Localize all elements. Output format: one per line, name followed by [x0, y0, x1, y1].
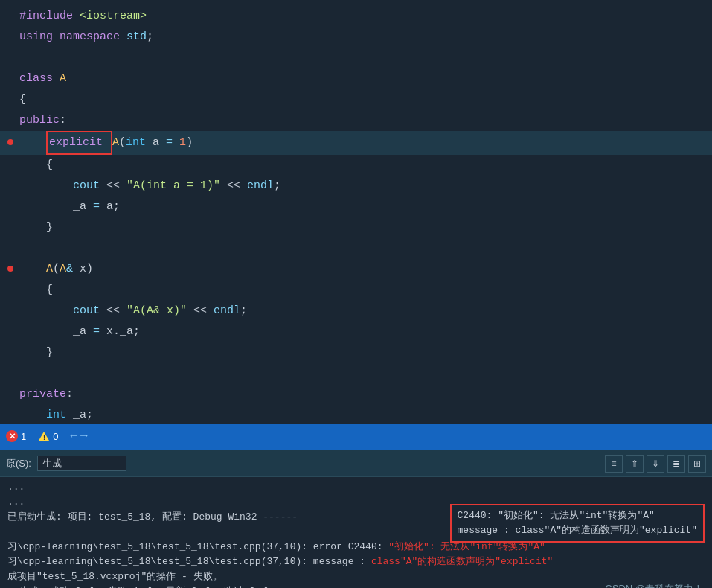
val-1: 1 [173, 132, 186, 153]
nav-right-arrow[interactable]: → [80, 429, 88, 443]
string-2: "A(A& x)" [126, 301, 187, 322]
indent-10 [19, 196, 73, 217]
indent-7 [19, 132, 46, 153]
paren-open-2: ( [53, 259, 60, 280]
stream-op-3: << [100, 301, 126, 322]
code-line-10: _a = a; [0, 196, 712, 217]
output-line-1: ... [7, 480, 705, 495]
code-line-4: class A [0, 68, 712, 89]
close-brace-2: } [46, 342, 53, 363]
indent-14 [19, 280, 46, 301]
gutter-13 [7, 266, 13, 272]
status-bar: ✕ 1 ! 0 ← → [0, 424, 712, 448]
error-box-line-2: message : class"A"的构造函数声明为"explicit" [458, 523, 697, 538]
csdn-watermark: CSDN @专科在努力！ [605, 581, 703, 588]
code-line-19: private: [0, 384, 712, 405]
eq-2: = [93, 196, 100, 217]
output-panel: 原(S): 生成 ≡ ⇑ ⇓ ≣ ⊞ ... ... 已启动生成: 项目: te… [0, 448, 712, 588]
paren-open-1: ( [119, 132, 126, 153]
error-box-overlay: C2440: "初始化": 无法从"int"转换为"A" message : c… [450, 504, 705, 543]
breakpoint-dot-2 [7, 266, 13, 272]
param-a: a [146, 132, 166, 153]
constructor-name-A: A [112, 132, 119, 153]
assign-2: _a [73, 322, 93, 342]
toolbar-icon-2[interactable]: ⇑ [626, 455, 644, 473]
explicit-keyword: explicit [49, 136, 109, 149]
app-container: #include <iostream> using namespace std;… [0, 0, 712, 588]
ref-amp: & [66, 259, 73, 280]
indent-16 [19, 322, 73, 342]
indent-9 [19, 176, 73, 196]
class-keyword: class [19, 68, 60, 89]
indent-15 [19, 301, 73, 322]
indent-13 [19, 259, 46, 280]
semi-2: ; [240, 301, 247, 322]
int-keyword-1: int [126, 132, 146, 153]
x-dot-a: x._a; [100, 322, 140, 342]
code-line-18 [0, 363, 712, 384]
open-brace-3: { [46, 280, 53, 301]
code-line-8: { [0, 155, 712, 176]
svg-text:!: ! [43, 434, 45, 441]
cout-text-2: cout [73, 301, 100, 322]
code-line-20: int _a; [0, 405, 712, 424]
error-box-line-1: C2440: "初始化": 无法从"int"转换为"A" [458, 508, 697, 523]
paren-close-1: ) [186, 132, 193, 153]
indent-17 [19, 342, 46, 363]
stream-op-1: << [100, 176, 126, 196]
member-a: _a; [66, 405, 93, 424]
code-line-9: cout << "A(int a = 1)" << endl; [0, 176, 712, 196]
code-line-3 [0, 48, 712, 68]
var-a: a; [100, 196, 120, 217]
code-line-12 [0, 238, 712, 259]
indent-11 [19, 217, 46, 238]
output-source-dropdown[interactable]: 生成 [37, 456, 126, 471]
colon-public: : [60, 110, 66, 131]
nav-left-arrow[interactable]: ← [70, 429, 77, 443]
code-line-2: using namespace std; [0, 27, 712, 48]
code-line-13: A(A& x) [0, 259, 712, 280]
copy-constructor-name: A [46, 259, 53, 280]
semicolon-1: ; [147, 27, 153, 48]
std-text: std [126, 27, 147, 48]
code-line-14: { [0, 280, 712, 301]
nav-arrows: ← → [70, 429, 87, 443]
output-line-6: 习\cpp-learning\test_5_18\test_5_18\test.… [7, 555, 705, 569]
indent-8 [19, 155, 46, 176]
warning-count: 0 [53, 431, 58, 442]
code-lines: #include <iostream> using namespace std;… [0, 0, 712, 424]
eq-1: = [166, 132, 173, 153]
code-line-5: { [0, 89, 712, 110]
public-keyword: public [19, 110, 60, 131]
output-content-area: ... ... 已启动生成: 项目: test_5_18, 配置: Debug … [0, 477, 712, 588]
toolbar-icon-group: ≡ ⇑ ⇓ ≣ ⊞ [605, 455, 706, 473]
code-line-17: } [0, 342, 712, 363]
error-status[interactable]: ✕ 1 [6, 430, 26, 442]
toolbar-icon-4[interactable]: ≣ [667, 455, 685, 473]
string-1: "A(int a = 1)" [126, 176, 220, 196]
code-line-6: public: [0, 110, 712, 131]
code-line-16: _a = x._a; [0, 322, 712, 342]
toolbar-icon-3[interactable]: ⇓ [647, 455, 664, 473]
include-file: <iostream> [80, 6, 147, 27]
output-toolbar: 原(S): 生成 ≡ ⇑ ⇓ ≣ ⊞ [0, 450, 712, 477]
indent-20 [19, 405, 46, 424]
namespace-keyword: namespace [60, 27, 126, 48]
warning-icon: ! [38, 431, 50, 441]
error-count: 1 [21, 431, 26, 442]
code-line-11: } [0, 217, 712, 238]
endl-text-2: endl [214, 301, 240, 322]
param-x: x) [73, 259, 93, 280]
toolbar-prefix-label: 原(S): [6, 457, 31, 470]
close-brace-1: } [46, 217, 53, 238]
colon-private: : [66, 384, 73, 405]
toolbar-icon-5[interactable]: ⊞ [688, 455, 706, 473]
endl-text-1: endl [247, 176, 274, 196]
output-line-7: 成项目"test_5_18.vcxproj"的操作 - 失败。 [7, 569, 705, 584]
toolbar-icon-1[interactable]: ≡ [605, 455, 623, 473]
code-line-15: cout << "A(A& x)" << endl; [0, 301, 712, 322]
open-brace-1: { [19, 89, 26, 110]
output-line-8: = 生成: 成功 0 个, 失败 1 个, 最新 0 个, 跳过 0 个 ===… [7, 584, 705, 588]
code-line-7: explicit A(int a = 1) [0, 131, 712, 155]
warning-status[interactable]: ! 0 [38, 431, 58, 442]
